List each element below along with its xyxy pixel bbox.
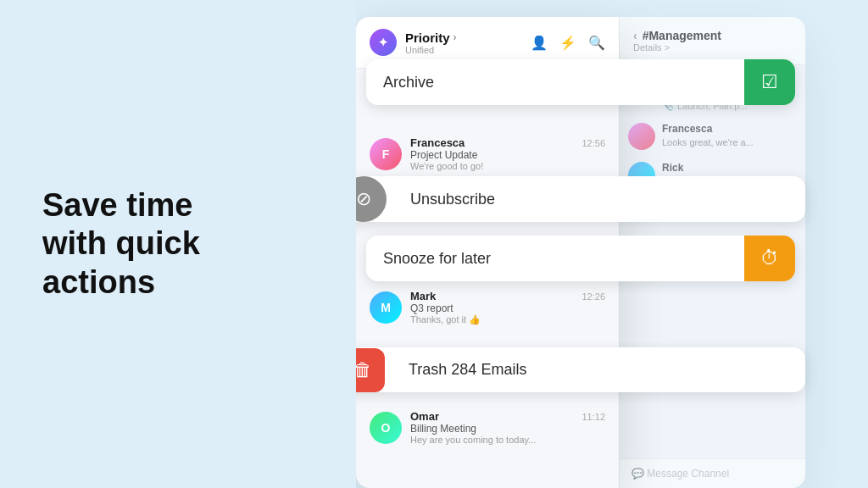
avatar-mark: M (370, 291, 402, 324)
snooze-action-card[interactable]: Snooze for later ⏱ (366, 236, 795, 281)
trash-label: Trash 284 Emails (392, 347, 805, 392)
archive-action-card[interactable]: Archive ☑ (366, 59, 795, 105)
chat-sender-francesca: Francesca (662, 123, 797, 135)
email-preview-mark: Thanks, got it 👍 (410, 314, 573, 325)
avatar-omar: O (370, 412, 402, 444)
archive-checkmark-icon: ☑ (761, 71, 778, 93)
email-info-francesca: Francesca Project Update We're good to g… (410, 136, 573, 171)
tagline-line2: with quick actions (42, 225, 314, 302)
chat-message-francesca: Francesca Looks great, we're a... (628, 123, 797, 150)
email-info-mark: Mark Q3 report Thanks, got it 👍 (410, 290, 573, 325)
email-subject-francesca: Project Update (410, 149, 573, 161)
email-subject-omar: Billing Meeting (410, 423, 573, 435)
tagline-line1: Save time (42, 186, 314, 225)
search-icon[interactable]: 🔍 (588, 35, 605, 51)
trash-action-card[interactable]: 🗑 Trash 284 Emails (356, 347, 805, 392)
chat-text-francesca: Looks great, we're a... (662, 136, 797, 149)
trash-bin-icon: 🗑 (356, 359, 372, 381)
email-time-omar: 11:12 (581, 410, 605, 422)
chat-details[interactable]: Details > (633, 42, 792, 53)
archive-icon-btn[interactable]: ☑ (744, 59, 795, 105)
filter-icon[interactable]: ⚡ (559, 35, 576, 51)
channel-label: #Management (643, 29, 721, 42)
archive-label: Archive (366, 60, 744, 105)
back-arrow-icon[interactable]: ‹ (633, 29, 637, 42)
unified-label: Unified (405, 45, 457, 55)
avatar-francesca: F (370, 138, 402, 170)
header-title: Priority › Unified (405, 30, 457, 55)
email-item-francesca[interactable]: F Francesca Project Update We're good to… (356, 128, 619, 180)
email-info-omar: Omar Billing Meeting Hey are you coming … (410, 410, 573, 445)
priority-title[interactable]: Priority › (405, 30, 457, 45)
snooze-icon-btn[interactable]: ⏱ (744, 236, 795, 281)
panel-wrapper: ✦ Priority › Unified 👤 ⚡ 🔍 (356, 8, 805, 480)
message-placeholder-text: Message Channel (647, 468, 729, 480)
tagline: Save time with quick actions (42, 186, 314, 302)
priority-label: Priority (405, 30, 450, 45)
email-time-mark: 12:26 (581, 290, 605, 302)
email-sender-omar: Omar (410, 410, 573, 423)
email-preview-omar: Hey are you coming to today... (410, 435, 573, 445)
email-sender-mark: Mark (410, 290, 573, 302)
email-preview-francesca: We're good to go! (410, 161, 573, 171)
email-sender-francesca: Francesca (410, 136, 573, 149)
chevron-icon: › (453, 31, 457, 43)
unsubscribe-icon-btn[interactable]: ⊘ (356, 176, 387, 222)
app-icon-letter: ✦ (378, 36, 388, 49)
chat-sender-rick2: Rick (662, 162, 797, 174)
unsubscribe-action-card[interactable]: ⊘ Unsubscribe (356, 176, 805, 222)
snooze-timer-icon: ⏱ (760, 247, 779, 269)
email-item-omar[interactable]: O Omar Billing Meeting Hey are you comin… (356, 402, 619, 453)
app-icon: ✦ (370, 29, 397, 56)
person-icon[interactable]: 👤 (531, 35, 548, 51)
email-time-francesca: 12:56 (581, 136, 605, 148)
trash-icon-btn[interactable]: 🗑 (356, 348, 385, 392)
left-section: Save time with quick actions (0, 152, 356, 336)
unsubscribe-no-icon: ⊘ (356, 188, 371, 210)
header-icons: 👤 ⚡ 🔍 (531, 35, 605, 51)
snooze-label: Snooze for later (366, 236, 744, 281)
unsubscribe-label: Unsubscribe (393, 177, 805, 222)
header-left: ✦ Priority › Unified (370, 29, 457, 56)
chat-avatar-francesca2 (628, 123, 655, 150)
chat-footer[interactable]: 💬 Message Channel (620, 458, 805, 488)
chat-header: ‹ #Management Details > (620, 17, 805, 65)
chat-channel-name: ‹ #Management (633, 29, 792, 42)
email-subject-mark: Q3 report (410, 302, 573, 314)
message-input-placeholder: 💬 (632, 468, 647, 480)
email-item-mark[interactable]: M Mark Q3 report Thanks, got it 👍 12:26 (356, 281, 619, 334)
app-container: ✦ Priority › Unified 👤 ⚡ 🔍 (356, 0, 868, 488)
chat-content-francesca: Francesca Looks great, we're a... (662, 123, 797, 149)
